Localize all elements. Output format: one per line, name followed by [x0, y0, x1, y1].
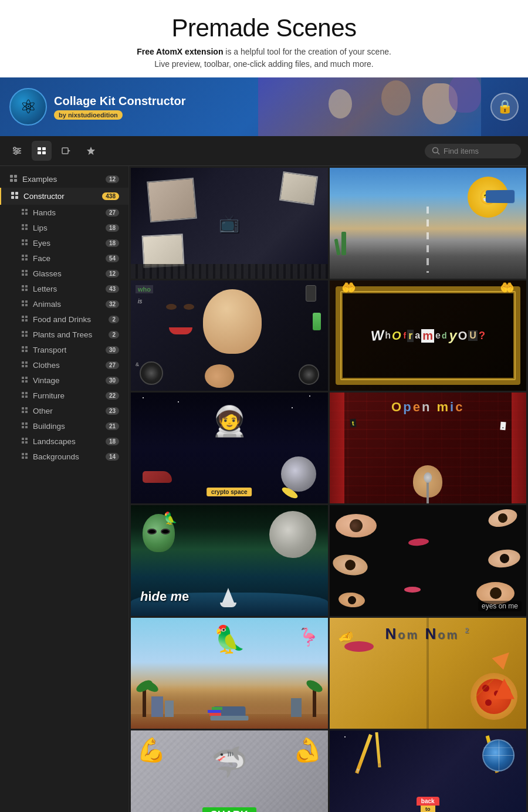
scene-shark-item[interactable]: 💪 💪 🦈 SHARK powerful — [131, 730, 328, 812]
sidebar-item-letters[interactable]: Letters 43 — [0, 281, 128, 296]
letters-count: 43 — [106, 285, 119, 293]
svg-rect-55 — [22, 331, 24, 333]
clothes-icon — [21, 360, 28, 370]
glasses-label: Glasses — [33, 269, 101, 278]
svg-rect-27 — [22, 224, 24, 226]
scene-eyes-item[interactable]: eyes on me — [330, 505, 527, 616]
svg-rect-74 — [25, 395, 28, 398]
banner-lock-button[interactable]: 🔒 — [490, 93, 519, 121]
sidebar-item-food[interactable]: Food and Drinks 2 — [0, 312, 128, 327]
scene-collage-item[interactable]: 📺 — [131, 168, 328, 279]
page-title: Premade Scenes — [12, 14, 516, 42]
svg-rect-39 — [22, 270, 24, 272]
scene-school-item[interactable]: back to School — [330, 730, 527, 812]
other-icon — [21, 406, 28, 415]
svg-rect-15 — [10, 175, 13, 178]
svg-rect-26 — [25, 212, 28, 215]
sidebar-item-lips[interactable]: Lips 18 — [0, 220, 128, 235]
svg-rect-28 — [25, 224, 28, 226]
animals-icon — [21, 299, 28, 309]
svg-rect-75 — [22, 407, 24, 410]
sidebar-item-transport[interactable]: Transport 30 — [0, 342, 128, 357]
svg-rect-64 — [25, 361, 28, 364]
svg-rect-43 — [22, 285, 24, 287]
svg-rect-38 — [25, 258, 28, 260]
sidebar-item-animals[interactable]: Animals 32 — [0, 296, 128, 312]
svg-rect-54 — [25, 319, 28, 322]
svg-marker-11 — [68, 150, 70, 152]
buildings-count: 21 — [106, 422, 119, 430]
svg-rect-33 — [22, 243, 24, 245]
scene-who-item[interactable]: who is p & — [131, 280, 328, 391]
banner-avatar: ⚛ — [9, 88, 47, 126]
sidebar-item-buildings[interactable]: Buildings 21 — [0, 418, 128, 434]
search-box[interactable] — [425, 144, 521, 158]
sidebar-item-landscapes[interactable]: Landscapes 18 — [0, 434, 128, 449]
svg-rect-78 — [25, 411, 28, 413]
svg-rect-89 — [22, 456, 24, 459]
svg-rect-49 — [22, 304, 24, 306]
svg-rect-85 — [22, 441, 24, 444]
search-icon — [432, 147, 440, 155]
svg-rect-52 — [25, 316, 28, 318]
sidebar-item-other[interactable]: Other 23 — [0, 403, 128, 418]
sidebar-item-hands[interactable]: Hands 27 — [0, 205, 128, 220]
svg-rect-79 — [22, 422, 24, 425]
toolbar — [0, 136, 528, 166]
examples-count: 12 — [106, 175, 119, 183]
main-layout: Examples 12 Constructor 438 Hands 27 Lip… — [0, 166, 528, 812]
sidebar-item-glasses[interactable]: Glasses 12 — [0, 266, 128, 281]
scene-citybird-item[interactable]: 🦜 🦩 — [131, 618, 328, 729]
plants-label: Plants and Trees — [33, 330, 104, 339]
eyes-label: Eyes — [33, 239, 101, 248]
vintage-icon — [21, 375, 28, 385]
svg-rect-72 — [25, 392, 28, 394]
svg-rect-32 — [25, 239, 28, 242]
sidebar-item-furniture[interactable]: Furniture 22 — [0, 388, 128, 403]
filter-button[interactable] — [7, 141, 27, 161]
sidebar-item-plants[interactable]: Plants and Trees 2 — [0, 327, 128, 342]
sidebar-item-clothes[interactable]: Clothes 27 — [0, 357, 128, 373]
vintage-count: 30 — [106, 377, 119, 384]
svg-rect-44 — [25, 285, 28, 287]
scene-openmic-item[interactable]: Open mic t . — [330, 393, 527, 503]
scene-hideme-item[interactable]: 🦜 hide me — [131, 505, 328, 616]
svg-rect-51 — [22, 316, 24, 318]
face-icon — [21, 253, 28, 263]
eyes-sidebar-icon — [21, 238, 28, 248]
video-button[interactable] — [56, 141, 76, 161]
scene-whoframed-item[interactable]: W h O f r a m e d y O U ? 🤲 — [330, 280, 527, 391]
svg-rect-90 — [25, 456, 28, 459]
back-label: back — [417, 797, 439, 806]
svg-rect-73 — [22, 395, 24, 398]
plants-count: 2 — [109, 331, 119, 339]
sidebar-item-eyes[interactable]: Eyes 18 — [0, 235, 128, 251]
sidebar-item-vintage[interactable]: Vintage 30 — [0, 373, 128, 388]
banner: ⚛ Collage Kit Constructor by nixstudioed… — [0, 77, 528, 136]
sidebar-item-examples[interactable]: Examples 12 — [0, 171, 128, 188]
svg-line-14 — [438, 153, 440, 155]
list-view-button[interactable] — [32, 141, 52, 161]
vintage-label: Vintage — [33, 376, 101, 385]
svg-rect-65 — [22, 365, 24, 367]
face-label: Face — [33, 254, 101, 263]
hands-count: 27 — [106, 209, 119, 216]
svg-rect-86 — [25, 441, 28, 444]
svg-rect-45 — [22, 289, 24, 291]
to-label: to — [421, 806, 435, 812]
scene-nomnom-item[interactable]: Nom Nom 2 🤌 — [330, 618, 527, 729]
constructor-label: Constructor — [23, 192, 97, 201]
scene-road-item[interactable]: 😁 — [330, 168, 527, 279]
search-input[interactable] — [444, 147, 514, 155]
landscapes-count: 18 — [106, 438, 119, 445]
sidebar-item-constructor[interactable]: Constructor 438 — [0, 188, 128, 205]
buildings-icon — [21, 421, 28, 431]
favorites-button[interactable] — [81, 141, 101, 161]
svg-rect-82 — [25, 426, 28, 428]
scene-crypto-item[interactable]: 🧑‍🚀 crypto space — [131, 393, 328, 503]
sidebar-item-face[interactable]: Face 54 — [0, 251, 128, 266]
sidebar-item-backgrounds[interactable]: Backgrounds 14 — [0, 449, 128, 464]
back-to-school-badge: back to School — [410, 797, 445, 812]
svg-marker-12 — [87, 147, 95, 155]
animals-count: 32 — [106, 300, 119, 308]
